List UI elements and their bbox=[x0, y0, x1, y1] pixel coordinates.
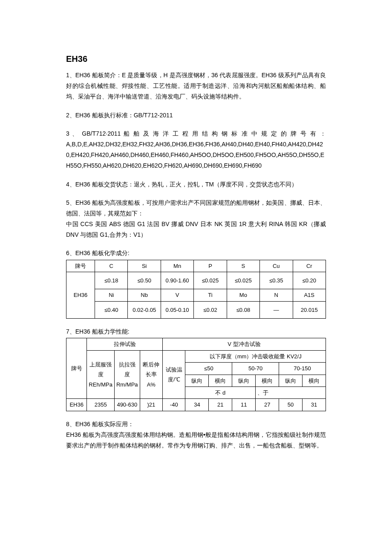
paragraph-grades-head: 3 、 GB/T712·2011 船 舶 及 海 洋 工 程 用 结 构 钢 标… bbox=[66, 128, 326, 139]
mech-cell: 31 bbox=[303, 399, 326, 411]
mech-grade: EH36 bbox=[66, 399, 87, 411]
mech-cell: 11 bbox=[232, 399, 256, 411]
chem-header: Si bbox=[128, 260, 161, 272]
section-chem-title: 6、EH36 船板化学成分: bbox=[66, 248, 326, 259]
mech-header: 横向 bbox=[303, 375, 326, 386]
mech-cell: 21 bbox=[209, 399, 232, 411]
mech-header: V 型冲击试验 bbox=[163, 338, 326, 350]
chem-cell: ≤0.08 bbox=[227, 301, 259, 318]
mech-header: 以下厚度（mm）冲击吸收能量 KV2/J bbox=[185, 350, 326, 362]
table-row: 上屈服强度REh/MPa 抗拉强度Rm/MPa 断后伸长率 A% 试验温度/℃ … bbox=[66, 350, 326, 362]
paragraph-application: EH36 船板为高强度高强度船体用结构钢。造船用钢•般是指船体结构用钢，它指按船… bbox=[66, 430, 326, 451]
section-mech-title: 7、EH36 船板力学性能: bbox=[66, 326, 326, 337]
chem-sub: N bbox=[260, 289, 293, 301]
chem-sub: Ni bbox=[95, 289, 128, 301]
chem-header: C bbox=[95, 260, 128, 272]
table-row: EH36 ≤0.18 ≤0.50 0.90-1.60 ≤0.025 ≤0.025… bbox=[66, 272, 326, 289]
chem-sub: V bbox=[161, 289, 193, 301]
table-row: ≤0.40 0.02-0.05 0.05-0.10 ≤0.02 ≤0.08 — … bbox=[66, 301, 326, 318]
chem-cell: 0.02-0.05 bbox=[128, 301, 161, 318]
chem-cell: ≤0.025 bbox=[194, 272, 227, 289]
paragraph-specs: 5、EH36 船板为高强度船板，可按用户需求出产不同国家规范的船用钢材，如美国、… bbox=[66, 198, 326, 219]
chem-cell: — bbox=[260, 301, 293, 318]
chem-sub: A1S bbox=[293, 289, 326, 301]
mech-header: 上屈服强度REh/MPa bbox=[87, 350, 115, 399]
table-row: 牌号 拉伸试验 V 型冲击试验 bbox=[66, 338, 326, 350]
mech-cell: -40 bbox=[163, 399, 185, 411]
table-row: Ni Nb V Ti Mo N A1S bbox=[66, 289, 326, 301]
mech-cell: 27 bbox=[256, 399, 279, 411]
table-row: EH36 2355 490-630 )21 -40 34 21 11 27 50… bbox=[66, 399, 326, 411]
chem-header: P bbox=[194, 260, 227, 272]
chem-cell: ≤0.35 bbox=[260, 272, 293, 289]
mech-header: 试验温度/℃ bbox=[163, 350, 185, 399]
section-app-title: 8、EH36 船板实际应用： bbox=[66, 419, 326, 430]
chem-sub: Nb bbox=[128, 289, 161, 301]
chem-sub: Mo bbox=[227, 289, 259, 301]
mech-header: 牌号 bbox=[66, 338, 87, 399]
chem-header: 牌号 bbox=[66, 260, 95, 272]
page-title: EH36 bbox=[66, 51, 326, 67]
chem-cell: ≤0.18 bbox=[95, 272, 128, 289]
chem-cell: ≤0.02 bbox=[194, 301, 227, 318]
mech-header: 70-150 bbox=[279, 363, 326, 375]
chem-cell: 0.05-0.10 bbox=[161, 301, 193, 318]
chem-sub: Ti bbox=[194, 289, 227, 301]
paragraph-specs-list: 中国 CCS 美国 ABS 德国 G1 法国 BV 挪威 DNV 日本 NK 英… bbox=[66, 219, 326, 240]
mech-header: 纵向 bbox=[232, 375, 256, 386]
mech-header: 断后伸长率 A% bbox=[140, 350, 162, 399]
mech-cell: 2355 bbox=[87, 399, 115, 411]
chem-header: Cr bbox=[293, 260, 326, 272]
mech-header: 纵向 bbox=[279, 375, 303, 386]
mech-cell: 50 bbox=[279, 399, 303, 411]
mech-header: 横向 bbox=[209, 375, 232, 386]
chem-header: S bbox=[227, 260, 259, 272]
paragraph-delivery: 4、EH36 船板交货状态：退火，热轧，正火，控轧，TM（厚度不同，交货状态也不… bbox=[66, 179, 326, 190]
chem-header: Mn bbox=[161, 260, 193, 272]
paragraph-standard: 2、EH36 船板执行标准：GB/T712-2011 bbox=[66, 110, 326, 121]
chem-header: Cu bbox=[260, 260, 293, 272]
mech-header: 抗拉强度Rm/MPa bbox=[114, 350, 140, 399]
mech-header: ≤50 bbox=[185, 363, 232, 375]
mech-cell: 490-630 bbox=[114, 399, 140, 411]
mech-header: 50-70 bbox=[232, 363, 279, 375]
chem-cell: ≤0.40 bbox=[95, 301, 128, 318]
chem-cell: ≤0.025 bbox=[227, 272, 259, 289]
chem-grade: EH36 bbox=[66, 272, 95, 319]
chem-cell: ≤0.50 bbox=[128, 272, 161, 289]
table-chemistry: 牌号 C Si Mn P S Cu Cr EH36 ≤0.18 ≤0.50 0.… bbox=[66, 260, 326, 319]
table-row: 牌号 C Si Mn P S Cu Cr bbox=[66, 260, 326, 272]
mech-header: 、于 bbox=[256, 386, 326, 398]
table-mechanical: 牌号 拉伸试验 V 型冲击试验 上屈服强度REh/MPa 抗拉强度Rm/MPa … bbox=[66, 338, 326, 411]
mech-header: 不 d bbox=[185, 386, 256, 398]
paragraph-intro: 1、EH36 船板简介：E 是质量等级，H 是高强度钢材，36 代表屈服强度。E… bbox=[66, 70, 326, 102]
mech-header: 纵向 bbox=[185, 375, 209, 386]
chem-cell: 20.015 bbox=[293, 301, 326, 318]
mech-header: 拉伸试验 bbox=[87, 338, 163, 350]
mech-cell: )21 bbox=[140, 399, 162, 411]
chem-cell: ≤0.20 bbox=[293, 272, 326, 289]
mech-header: 横向 bbox=[256, 375, 279, 386]
paragraph-grades-list: A,B,D,E,AH32,DH32,EH32,FH32,AH36,DH36,EH… bbox=[66, 139, 326, 171]
chem-cell: 0.90-1.60 bbox=[161, 272, 193, 289]
mech-cell: 34 bbox=[185, 399, 209, 411]
